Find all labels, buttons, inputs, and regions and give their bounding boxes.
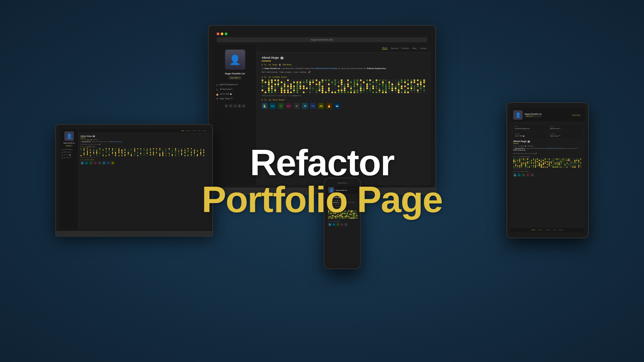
tablet-tagline: Self-motivated, Team player, Love coding… <box>513 153 582 155</box>
sidebar-birthday: 🎂 Jan 27, 2002 🎂 <box>216 93 254 96</box>
tablet-screen: 👤 Hugo ChunHo Lin Day ONE ✦ Online Statu… <box>511 108 585 232</box>
mini-tech-react: ⚛ <box>102 161 106 165</box>
sidebar-email: ✉ hugo970217@gmail.com <box>216 83 254 86</box>
mini-cmd-3: $ ls -al Tech Stack <box>80 159 206 161</box>
tablet-email-label: EMAIL <box>515 126 545 127</box>
tablet-nav-contact[interactable]: Contact <box>559 229 564 231</box>
sidebar-location: 📍 Taipei, Taiwan 📍 <box>216 98 254 100</box>
phone-body: About Hugo 🤖 $ ls -al Hugo 🐧 (He/Him) I'… <box>327 195 358 264</box>
tech-js: JS <box>318 103 324 109</box>
tech-cpp: C+ <box>286 103 292 109</box>
tablet-tech-go: Go <box>518 173 521 177</box>
tablet-tech-python: 🐍 <box>513 173 517 177</box>
tablet-tech-cpp: C+ <box>526 173 530 177</box>
tech-c: C <box>294 103 300 109</box>
tablet-body: EMAIL hugo970217@gmail.com PHONE 404 Not… <box>511 122 585 227</box>
mail-icon[interactable]: @ <box>238 104 241 108</box>
tablet-nav-about[interactable]: About <box>532 229 535 231</box>
mini-tech-left: 🐍 Go ⬡ C+ C ⚛ TS JS <box>80 161 206 165</box>
portfolio-ui-main: Hugo ChunHo Lin Day ONE ✦ ✉ hugo970217@g… <box>213 44 431 185</box>
mini-birthday-dot <box>61 155 63 156</box>
nav-blog[interactable]: Blog <box>412 47 416 49</box>
tablet-info-grid: EMAIL hugo970217@gmail.com PHONE 404 Not… <box>513 125 582 138</box>
phone-screen: 👤 Hugo ChunHo Lin About Hugo 🤖 $ ls -al … <box>327 186 358 264</box>
phone-value: 404 Not Found 📞 <box>220 88 233 90</box>
twitter-icon[interactable]: t <box>233 104 237 108</box>
command-1: $ ls -al Hugo 🐧 (He/Him) <box>262 63 426 66</box>
mini-nav-resume[interactable]: Resume <box>186 130 191 131</box>
phone-tech-python: 🐍 <box>328 223 332 226</box>
tech-docker: 🐳 <box>334 103 340 109</box>
sidebar-name: Hugo ChunHo Lin <box>225 72 245 75</box>
phone-tagline: Self-motivated, Team player, Love coding… <box>328 206 357 207</box>
mini-nav-about[interactable]: About <box>181 130 184 131</box>
mini-nav-left: About Resume Portfolio Blog Contact <box>78 129 208 133</box>
main-content: About Resume Portfolio Blog Contact Abou… <box>257 44 431 185</box>
tablet-tech-c: C <box>531 173 534 177</box>
mini-nav-contact[interactable]: Contact <box>202 130 206 131</box>
tagline: Self-motivated, Team player, Love coding… <box>262 71 426 73</box>
tablet-mini-ui: 👤 Hugo ChunHo Lin Day ONE ✦ Online Statu… <box>511 108 585 232</box>
github-icon[interactable]: G <box>225 104 228 108</box>
mini-badge-left: Day ONE ✦ <box>65 145 73 147</box>
body-content: About Hugo 🤖 $ ls -al Hugo 🐧 (He/Him) I'… <box>257 53 431 185</box>
avatar <box>225 50 245 70</box>
nav-portfolio[interactable]: Portfolio <box>401 47 409 49</box>
laptop-left-screen: 👤 Hugo ChunHo Lin Day ONE ✦ hugo970217@g… <box>60 129 208 229</box>
nav-resume[interactable]: Resume <box>391 47 398 49</box>
laptop-main-base <box>208 188 436 194</box>
birthday-value: Jan 27, 2002 🎂 <box>220 93 232 95</box>
tablet-bezel: 👤 Hugo ChunHo Lin Day ONE ✦ Online Statu… <box>506 102 589 238</box>
mini-tech-node: ⬡ <box>89 161 93 165</box>
mini-nav-blog[interactable]: Blog <box>198 130 201 131</box>
command-2: $ ls -al GitHub Stats <box>262 76 426 78</box>
linkedin-icon[interactable]: in <box>229 104 232 108</box>
tablet-nav-resume[interactable]: Resume <box>538 229 543 231</box>
mini-email-text: hugo970217@gmail... <box>63 149 73 150</box>
mini-location-text: Taipei, Taiwan 📍 <box>63 157 71 158</box>
mini-email-dot <box>61 149 63 150</box>
tablet-contrib-label: 4898 contributions in the last year <box>513 168 582 170</box>
tech-stack: 🐍 Go ⬡ C+ C ⚛ TS JS 🔥 🐳 <box>262 103 426 109</box>
mini-phone-text: 404 Not Found 📞 <box>63 152 72 153</box>
tablet-name: Hugo ChunHo Lin <box>525 113 542 115</box>
phone-cmd-3: $ ls -al Tech Stack <box>328 221 357 222</box>
mini-tagline-left: Self-motivated, Team player, Love coding… <box>80 144 206 145</box>
command-3: $ ls -al Tech Stack <box>262 99 426 101</box>
nav-about[interactable]: About <box>382 47 387 50</box>
close-dot <box>217 33 219 35</box>
tablet-bio: I'm Hugo ChunHo Lin, a graduate with a B… <box>513 148 582 152</box>
tech-ts: TS <box>310 103 316 109</box>
sidebar: Hugo ChunHo Lin Day ONE ✦ ✉ hugo970217@g… <box>213 44 257 185</box>
mini-tech-c: C <box>98 161 101 165</box>
mini-birthday-text: Jan 27, 2002 🎂 <box>63 154 71 156</box>
bio-text: I'm Hugo ChunHo Lin, a graduate with a B… <box>262 67 426 70</box>
phone-tech-node: ⬡ <box>336 223 340 226</box>
mini-sidebar-left: 👤 Hugo ChunHo Lin Day ONE ✦ hugo970217@g… <box>60 129 78 229</box>
phone-cmd-1: $ ls -al Hugo 🐧 (He/Him) <box>328 200 357 201</box>
phone-bio: I'm Hugo ChunHo Lin, a graduate with a B… <box>328 202 357 205</box>
phone-notch <box>337 182 347 184</box>
maximize-dot <box>225 33 227 35</box>
mini-tech-python: 🐍 <box>80 161 84 165</box>
mini-avatar-left: 👤 <box>64 131 74 141</box>
mini-email-row: hugo970217@gmail... <box>61 149 77 150</box>
tablet-right: 👤 Hugo ChunHo Lin Day ONE ✦ Online Statu… <box>506 102 589 238</box>
mini-about-title: About Hugo 🤖 <box>80 135 206 137</box>
tablet-contrib-grid <box>513 159 582 168</box>
content-wrapper: hugochunholin.dev Hugo ChunHo Lin Day ON… <box>0 0 644 362</box>
mini-cmd-1: $ ls -al Hugo 🐧 (He/Him) <box>80 139 206 140</box>
x-icon[interactable]: X <box>242 104 246 108</box>
tablet-status: Online Status <box>571 114 582 117</box>
phone-bezel: 👤 Hugo ChunHo Lin About Hugo 🤖 $ ls -al … <box>324 178 361 269</box>
phone-tech-c: C <box>344 223 348 226</box>
nav-bar: About Resume Portfolio Blog Contact <box>257 44 431 53</box>
tablet-nav-portfolio[interactable]: Portfolio <box>546 229 551 231</box>
mini-nav-portfolio[interactable]: Portfolio <box>192 130 197 131</box>
email-icon: ✉ <box>216 84 218 86</box>
avatar-image <box>225 50 245 70</box>
tablet-nav-blog[interactable]: Blog <box>553 229 556 231</box>
tablet-tech-node: ⬡ <box>522 173 525 177</box>
nav-contact[interactable]: Contact <box>420 47 427 49</box>
tech-node: ⬡ <box>278 103 284 109</box>
